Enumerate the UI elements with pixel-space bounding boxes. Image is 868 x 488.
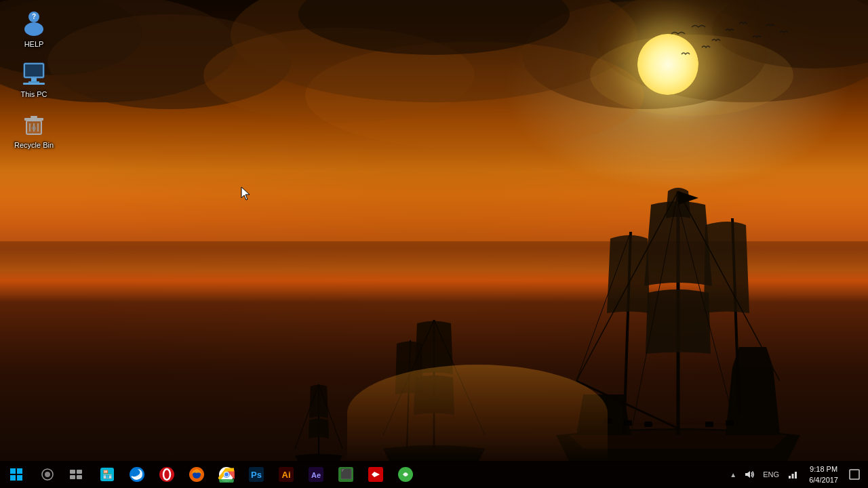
- svg-rect-22: [644, 422, 652, 427]
- this-pc-icon-image: [20, 60, 47, 87]
- svg-text:Ae: Ae: [311, 471, 321, 479]
- task-view-button[interactable]: [62, 461, 90, 488]
- network-icon[interactable]: [782, 461, 804, 488]
- clock-date: 6/4/2017: [809, 474, 838, 486]
- svg-rect-51: [77, 470, 82, 474]
- taskbar-app-aftereffects[interactable]: Ae: [301, 461, 331, 488]
- volume-icon[interactable]: [738, 461, 760, 488]
- taskbar-app-photoshop[interactable]: Ps: [241, 461, 271, 488]
- system-tray: ▲ ENG: [728, 461, 868, 488]
- taskbar-app-edge[interactable]: [122, 461, 152, 488]
- svg-text:Ai: Ai: [282, 470, 291, 480]
- photoshop-icon: Ps: [248, 466, 264, 483]
- taskbar-app-illustrator[interactable]: Ai: [271, 461, 301, 488]
- svg-rect-77: [795, 472, 797, 479]
- svg-point-64: [224, 472, 229, 476]
- taskbar-app-opera[interactable]: [152, 461, 182, 488]
- svg-point-49: [45, 472, 50, 477]
- desktop-icons: ? HELP This PC: [7, 7, 61, 152]
- after-effects-icon: Ae: [308, 466, 324, 483]
- store-icon: 🏪: [99, 466, 115, 483]
- notification-icon: [849, 469, 860, 480]
- svg-rect-43: [31, 116, 37, 118]
- svg-rect-52: [70, 475, 75, 479]
- help-icon-image: ?: [20, 9, 47, 37]
- chrome-icon: [218, 466, 235, 483]
- svg-rect-42: [24, 118, 43, 121]
- taskbar-apps: 🏪: [92, 461, 420, 488]
- svg-text:🏪: 🏪: [102, 469, 113, 479]
- task-view-icon: [70, 470, 82, 479]
- svg-rect-24: [726, 420, 734, 426]
- help-label: HELP: [24, 39, 44, 49]
- desktop: ? HELP This PC: [0, 0, 868, 488]
- svg-text:⬛: ⬛: [340, 468, 353, 480]
- svg-text:?: ?: [32, 13, 36, 20]
- windows-logo: [10, 468, 22, 481]
- tray-chevron-button[interactable]: ▲: [728, 461, 738, 488]
- edge-icon: [129, 466, 145, 483]
- red-app-icon: [368, 466, 384, 483]
- this-pc-icon[interactable]: This PC: [7, 57, 61, 102]
- taskbar: 🏪: [0, 461, 868, 488]
- start-button[interactable]: [0, 461, 33, 488]
- taskbar-app-chrome[interactable]: [212, 461, 241, 488]
- svg-text:Ps: Ps: [251, 470, 262, 480]
- svg-rect-37: [31, 78, 37, 81]
- notification-center-button[interactable]: [844, 461, 865, 488]
- svg-point-33: [24, 22, 43, 36]
- ship-small: [292, 381, 346, 462]
- this-pc-label: This PC: [20, 89, 47, 99]
- svg-rect-53: [77, 475, 82, 479]
- svg-rect-36: [25, 64, 43, 77]
- svg-rect-23: [705, 422, 713, 427]
- network-icon-svg: [787, 469, 798, 480]
- svg-rect-38: [28, 81, 39, 83]
- cortana-icon: [41, 468, 54, 481]
- svg-text:♻: ♻: [31, 125, 37, 131]
- taskbar-app-red[interactable]: [361, 461, 391, 488]
- sea-reflection: [347, 365, 608, 462]
- svg-rect-21: [624, 420, 632, 426]
- illustrator-icon: Ai: [278, 466, 294, 483]
- tray-icons: ▲ ENG: [728, 461, 804, 488]
- taskbar-app-firefox[interactable]: [182, 461, 212, 488]
- taskbar-app-green1[interactable]: ⬛: [331, 461, 361, 488]
- green-app2-icon: [397, 466, 414, 483]
- svg-rect-78: [850, 470, 859, 479]
- green-app1-icon: ⬛: [338, 466, 354, 483]
- language-text: ENG: [763, 470, 779, 479]
- help-icon[interactable]: ? HELP: [7, 7, 61, 52]
- taskbar-app-green2[interactable]: [391, 461, 420, 488]
- cortana-button[interactable]: [34, 461, 61, 488]
- language-indicator[interactable]: ENG: [760, 461, 782, 488]
- svg-rect-75: [789, 476, 791, 479]
- clock-time: 9:18 PM: [810, 464, 837, 475]
- firefox-icon: [189, 466, 205, 483]
- birds: [665, 20, 800, 88]
- speaker-icon: [744, 469, 755, 480]
- recycle-bin-icon[interactable]: ♻ Recycle Bin: [7, 108, 61, 152]
- taskbar-app-store[interactable]: 🏪: [92, 461, 122, 488]
- opera-icon: [159, 466, 175, 483]
- chevron-icon: ▲: [730, 471, 736, 479]
- clock-area[interactable]: 9:18 PM 6/4/2017: [804, 461, 844, 488]
- svg-rect-76: [792, 474, 794, 479]
- svg-rect-39: [23, 83, 45, 85]
- recycle-bin-icon-image: ♻: [20, 110, 47, 138]
- svg-rect-50: [70, 470, 75, 474]
- recycle-bin-label: Recycle Bin: [14, 140, 54, 150]
